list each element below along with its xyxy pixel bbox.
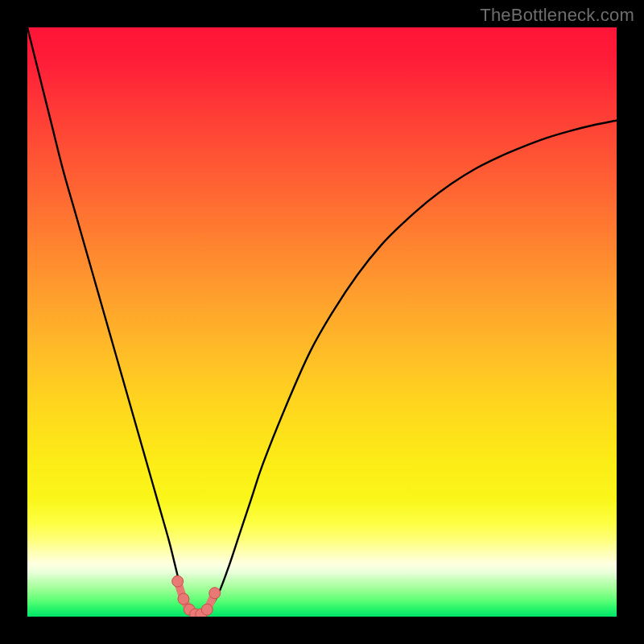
chart-svg [27, 27, 617, 617]
chart-frame: TheBottleneck.com [0, 0, 644, 644]
bottleneck-curve [27, 27, 617, 617]
highlight-point [209, 588, 221, 599]
highlight-point [201, 604, 213, 615]
highlight-point [178, 593, 189, 605]
watermark-text: TheBottleneck.com [480, 5, 634, 26]
chart-plot-area [27, 27, 617, 617]
highlight-point [172, 576, 184, 587]
highlight-points [172, 576, 221, 617]
